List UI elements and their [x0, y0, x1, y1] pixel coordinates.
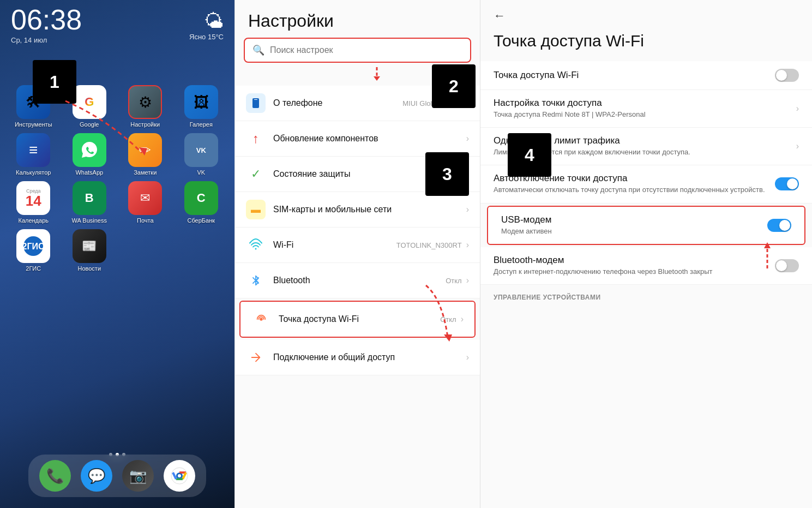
app-notes[interactable]: ✏ Заметки — [120, 133, 171, 176]
bluetooth-value: Откл — [446, 277, 462, 285]
clock: 06:38 — [11, 5, 82, 34]
app-grid: 🛠 Инструменты G Google ⚙ Настройки 🖼 Гал… — [0, 80, 234, 277]
hotspot-main-text: Точка доступа Wi-Fi — [494, 70, 775, 81]
weather-widget: 🌤 Ясно 15°C — [189, 10, 224, 41]
weather-text: Ясно 15°C — [189, 33, 224, 41]
gallery-label: Галерея — [190, 121, 213, 128]
mail-label: Почта — [137, 217, 154, 224]
app-sber[interactable]: С СберБанк — [176, 181, 227, 224]
dock-chrome[interactable] — [164, 460, 195, 492]
bt-modem-title: Bluetooth-модем — [494, 255, 775, 266]
settings-item-update[interactable]: ↑ Обновление компонентов › — [235, 121, 480, 157]
news-icon: 📰 — [73, 229, 106, 263]
step-4-badge: 4 — [508, 133, 551, 177]
whatsapp-icon — [73, 133, 106, 167]
bluetooth-icon — [246, 271, 266, 290]
google-label: Google — [80, 121, 99, 128]
hotspot-usb-modem[interactable]: USB-модем Модем активен — [487, 206, 805, 245]
app-2gis[interactable]: 2ГИС 2ГИС — [8, 229, 59, 272]
hotspot-text: Точка доступа Wi-Fi — [279, 314, 440, 324]
hotspot-traffic-limit[interactable]: Однократный лимит трафика Лимит сбрасыва… — [480, 128, 812, 165]
hotspot-title: Точка доступа Wi-Fi — [279, 314, 440, 324]
wifi-chevron: › — [466, 240, 469, 250]
settings-item-security[interactable]: ✓ Состояние защиты 3 › — [235, 157, 480, 192]
2gis-icon: 2ГИС — [16, 229, 50, 263]
svg-rect-9 — [254, 99, 257, 100]
hotspot-configure-subtitle: Точка доступа Redmi Note 8T | WPA2-Perso… — [494, 110, 792, 119]
connection-title: Подключение и общий доступ — [273, 352, 466, 362]
bluetooth-title: Bluetooth — [273, 276, 446, 285]
app-vk[interactable]: VK VK — [176, 133, 227, 176]
wifi-value: TOTOLINK_N300RT — [396, 241, 462, 249]
sim-title: SIM-карты и мобильные сети — [273, 205, 466, 214]
back-button[interactable]: ← — [494, 9, 506, 23]
dock-camera[interactable]: 📷 — [122, 460, 154, 492]
svg-marker-7 — [374, 76, 380, 81]
settings-item-wifi[interactable]: Wi-Fi TOTOLINK_N300RT › — [235, 228, 480, 263]
home-screen: 06:38 Ср, 14 июл 🌤 Ясно 15°C 1 🛠 Инструм… — [0, 0, 234, 508]
date: Ср, 14 июл — [11, 36, 82, 44]
hotspot-configure-title: Настройка точки доступа — [494, 98, 792, 109]
hotspot-page-title: Точка доступа Wi-Fi — [480, 27, 812, 61]
notes-icon: ✏ — [128, 133, 162, 167]
wifi-text: Wi-Fi — [273, 240, 396, 250]
calendar-icon: Среда 14 — [16, 181, 50, 215]
settings-item-connection[interactable]: Подключение и общий доступ › — [235, 340, 480, 375]
usb-modem-text: USB-модем Модем активен — [501, 214, 767, 236]
app-calculator[interactable]: ≡ Калькулятор — [8, 133, 59, 176]
settings-item-bluetooth[interactable]: Bluetooth Откл › — [235, 263, 480, 298]
instruments-label: Инструменты — [15, 121, 52, 128]
bt-modem-toggle[interactable] — [775, 259, 799, 272]
usb-modem-toggle[interactable] — [767, 219, 791, 232]
update-chevron: › — [466, 134, 469, 144]
settings-panel: Настройки 🔍 2 О телефоне MIUI Global 12.… — [234, 0, 480, 508]
bt-modem-text: Bluetooth-модем Доступ к интернет-подклю… — [494, 255, 775, 277]
bluetooth-chevron: › — [466, 276, 469, 285]
bt-modem-subtitle: Доступ к интернет-подключению телефона ч… — [494, 267, 775, 277]
settings-label: Настройки — [130, 121, 160, 128]
sim-text: SIM-карты и мобильные сети — [273, 205, 466, 214]
app-calendar[interactable]: Среда 14 Календарь — [8, 181, 59, 224]
step-2-badge: 2 — [432, 64, 476, 108]
hotspot-panel: ← Точка доступа Wi-Fi Точка доступа Wi-F… — [480, 0, 812, 508]
dock-sms[interactable]: 💬 — [81, 460, 112, 492]
google-icon: G — [73, 85, 106, 119]
connection-chevron: › — [466, 352, 469, 362]
settings-list: О телефоне MIUI Global 12.0.8 › ↑ Обновл… — [235, 86, 480, 375]
dock: 📞 💬 📷 — [28, 455, 206, 497]
hotspot-main-toggle[interactable] — [775, 69, 799, 82]
search-icon: 🔍 — [252, 44, 264, 56]
calculator-label: Калькулятор — [16, 169, 51, 176]
svg-point-11 — [260, 318, 263, 321]
hotspot-value: Откл — [440, 315, 456, 324]
settings-title: Настройки — [235, 0, 480, 38]
usb-modem-subtitle: Модем активен — [501, 226, 767, 236]
app-mail[interactable]: ✉ Почта — [120, 181, 171, 224]
search-input[interactable] — [270, 45, 462, 55]
gallery-icon: 🖼 — [184, 85, 218, 119]
vk-label: VK — [197, 169, 205, 176]
dock-phone[interactable]: 📞 — [39, 460, 71, 492]
about-phone-icon — [246, 93, 266, 113]
sber-icon: С — [184, 181, 218, 215]
calculator-icon: ≡ — [16, 133, 50, 167]
hotspot-auto-toggle[interactable] — [775, 177, 799, 190]
hotspot-toggle-main[interactable]: Точка доступа Wi-Fi — [480, 61, 812, 90]
hotspot-configure[interactable]: Настройка точки доступа Точка доступа Re… — [480, 90, 812, 128]
svg-text:2ГИС: 2ГИС — [23, 242, 44, 251]
hotspot-limit-chevron: › — [796, 141, 799, 151]
search-box[interactable]: 🔍 2 — [244, 38, 471, 63]
app-settings[interactable]: ⚙ Настройки — [120, 85, 171, 128]
whatsapp-label: WhatsApp — [75, 169, 103, 176]
app-whatsapp[interactable]: WhatsApp — [64, 133, 115, 176]
hotspot-bt-modem[interactable]: Bluetooth-модем Доступ к интернет-подклю… — [480, 247, 812, 285]
settings-item-sim[interactable]: ▬ SIM-карты и мобильные сети › — [235, 192, 480, 228]
app-gallery[interactable]: 🖼 Галерея — [176, 85, 227, 128]
app-wa-business[interactable]: B WA Business — [64, 181, 115, 224]
settings-icon: ⚙ — [128, 85, 162, 119]
settings-item-hotspot[interactable]: Точка доступа Wi-Fi Откл › — [239, 301, 476, 338]
hotspot-header: ← — [480, 0, 812, 27]
hotspot-icon — [251, 309, 271, 329]
app-news[interactable]: 📰 Новости — [64, 229, 115, 272]
update-icon: ↑ — [246, 129, 266, 148]
